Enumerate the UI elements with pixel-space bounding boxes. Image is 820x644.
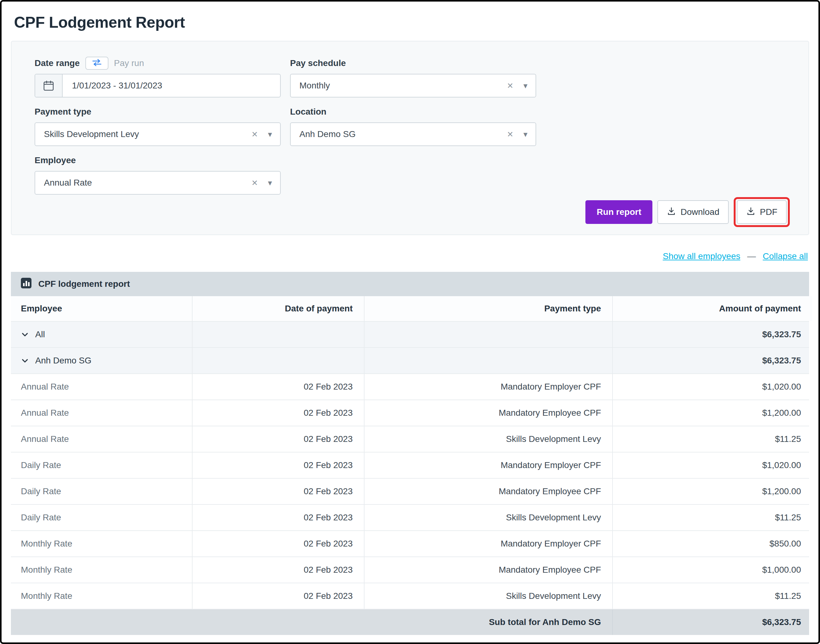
cell-date: 02 Feb 2023 [192,557,364,583]
cell-amount: $1,200.00 [613,400,812,426]
cell-payment-type: Mandatory Employer CPF [364,531,613,557]
payment-type-field: Payment type Skills Development Levy ✕ ▾ [35,106,281,146]
chevron-down-icon[interactable] [21,330,29,339]
cell-amount: $850.00 [613,531,812,557]
pay-schedule-value: Monthly [291,81,507,90]
chevron-down-icon[interactable] [21,357,29,365]
cell-amount: $11.25 [613,583,812,609]
employee-label: Employee [35,155,76,166]
cell-amount: $1,020.00 [613,452,812,478]
cell-employee: Monthly Rate [11,583,192,609]
page: CPF Lodgement Report Date range Pay run [0,0,820,644]
date-range-label: Date range [35,58,80,68]
location-label: Location [290,107,327,117]
cell-date: 02 Feb 2023 [192,505,364,531]
cell-date: 02 Feb 2023 [192,478,364,504]
calendar-icon [35,74,63,97]
employee-field: Employee Annual Rate ✕ ▾ [35,154,281,195]
download-icon [746,207,756,218]
pay-run-label: Pay run [114,58,144,68]
table-row: Annual Rate 02 Feb 2023 Skills Developme… [11,426,809,452]
clear-icon[interactable]: ✕ [252,178,258,187]
chevron-down-icon[interactable]: ▾ [524,81,527,90]
cell-employee: Monthly Rate [11,531,192,557]
cell-payment-type: Skills Development Levy [364,426,613,452]
clear-icon[interactable]: ✕ [507,130,513,139]
group-amount: $6,323.75 [613,322,812,347]
cell-employee: Annual Rate [11,374,192,400]
report-header-bar: CPF lodgement report [11,272,809,296]
page-title: CPF Lodgement Report [14,14,818,31]
cell-payment-type: Mandatory Employer CPF [364,374,613,400]
cell-employee: Daily Rate [11,478,192,504]
table-row: Daily Rate 02 Feb 2023 Mandatory Employe… [11,478,809,505]
pay-schedule-select[interactable]: Monthly ✕ ▾ [290,74,536,98]
col-payment-type: Payment type [364,296,613,321]
cell-employee: Monthly Rate [11,557,192,583]
col-employee: Employee [11,296,192,321]
clear-icon[interactable]: ✕ [252,130,258,139]
cell-amount: $1,200.00 [613,478,812,504]
swap-arrows-icon [91,59,103,67]
download-button[interactable]: Download [657,200,729,224]
payment-type-value: Skills Development Levy [35,129,252,139]
report-table: CPF lodgement report Employee Date of pa… [11,272,809,635]
report-title: CPF lodgement report [38,279,130,289]
chevron-down-icon[interactable]: ▾ [268,179,272,187]
cell-date: 02 Feb 2023 [192,400,364,426]
cell-date: 02 Feb 2023 [192,426,364,452]
date-range-field: Date range Pay run 1/01/2023 - 31/01/202… [35,57,281,98]
table-row: Annual Rate 02 Feb 2023 Mandatory Employ… [11,400,809,426]
location-field: Location Anh Demo SG ✕ ▾ [290,106,536,146]
chevron-down-icon[interactable]: ▾ [524,130,527,138]
link-separator: — [747,251,756,261]
table-row: Monthly Rate 02 Feb 2023 Mandatory Emplo… [11,531,809,557]
date-payrun-toggle[interactable] [85,57,108,70]
payment-type-select[interactable]: Skills Development Levy ✕ ▾ [35,123,281,146]
pay-schedule-label: Pay schedule [290,58,346,68]
cell-payment-type: Mandatory Employee CPF [364,400,613,426]
group-row-anh-demo-sg[interactable]: Anh Demo SG $6,323.75 [11,348,809,374]
bar-chart-icon [21,278,31,291]
group-row-all[interactable]: All $6,323.75 [11,322,809,348]
group-label: Anh Demo SG [35,356,92,366]
cell-amount: $1,020.00 [613,374,812,400]
table-row: Daily Rate 02 Feb 2023 Mandatory Employe… [11,452,809,478]
collapse-all-link[interactable]: Collapse all [763,251,808,261]
employee-select[interactable]: Annual Rate ✕ ▾ [35,171,281,195]
clear-icon[interactable]: ✕ [507,81,513,90]
cell-payment-type: Skills Development Levy [364,505,613,531]
location-value: Anh Demo SG [291,129,507,139]
pdf-button-label: PDF [760,207,777,217]
cell-amount: $11.25 [613,505,812,531]
pdf-button[interactable]: PDF [737,200,787,224]
table-row: Daily Rate 02 Feb 2023 Skills Developmen… [11,505,809,531]
cell-date: 02 Feb 2023 [192,452,364,478]
cell-payment-type: Mandatory Employer CPF [364,452,613,478]
subtotal-row: Sub total for Anh Demo SG $6,323.75 [11,609,809,635]
pay-schedule-field: Pay schedule Monthly ✕ ▾ [290,57,536,98]
col-date-of-payment: Date of payment [192,296,364,321]
date-range-input[interactable]: 1/01/2023 - 31/01/2023 [35,74,281,98]
subtotal-amount: $6,323.75 [613,609,812,635]
cell-date: 02 Feb 2023 [192,374,364,400]
chevron-down-icon[interactable]: ▾ [268,130,272,138]
cell-payment-type: Mandatory Employee CPF [364,478,613,504]
payment-type-label: Payment type [35,107,91,117]
cell-employee: Annual Rate [11,400,192,426]
cell-date: 02 Feb 2023 [192,583,364,609]
cell-payment-type: Skills Development Levy [364,583,613,609]
table-row: Monthly Rate 02 Feb 2023 Skills Developm… [11,583,809,609]
location-select[interactable]: Anh Demo SG ✕ ▾ [290,123,536,146]
table-row: Annual Rate 02 Feb 2023 Mandatory Employ… [11,374,809,400]
cell-date: 02 Feb 2023 [192,531,364,557]
show-all-employees-link[interactable]: Show all employees [663,251,740,261]
cell-employee: Annual Rate [11,426,192,452]
table-links: Show all employees — Collapse all [2,251,808,261]
cell-payment-type: Mandatory Employee CPF [364,557,613,583]
pdf-highlight-outline: PDF [734,197,790,227]
cell-amount: $11.25 [613,426,812,452]
run-report-button[interactable]: Run report [585,200,653,224]
action-buttons: Run report Download PDF [35,197,790,227]
group-label: All [35,330,45,339]
